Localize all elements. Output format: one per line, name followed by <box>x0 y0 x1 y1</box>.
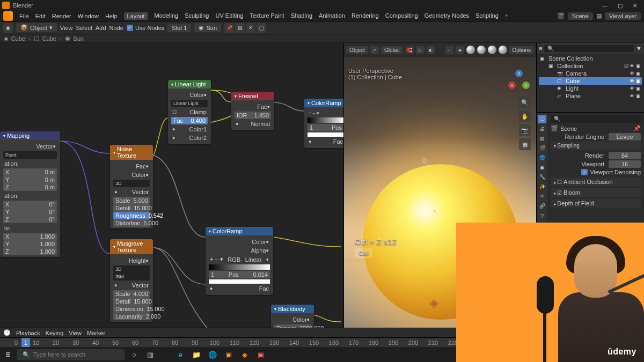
breadcrumb-1[interactable]: Cube <box>42 35 56 42</box>
taskbar-chrome-icon[interactable]: 🌐 <box>206 348 219 361</box>
vp-snap-icon[interactable]: 🧲 <box>405 46 414 54</box>
start-button[interactable]: ⊞ <box>2 349 14 360</box>
ll-mode-select[interactable]: Linear Light <box>171 100 208 107</box>
prop-tab-render[interactable]: 🖵 <box>538 115 546 123</box>
vp-prop-edit-icon[interactable]: ◐ <box>427 46 435 54</box>
vp-orient[interactable]: Global <box>381 46 403 54</box>
node-linearlight-header[interactable]: Linear Light <box>168 80 211 88</box>
socket-vector-out[interactable]: Vector ● <box>3 143 57 150</box>
light-empty-icon[interactable]: ◎ <box>421 156 428 164</box>
vp-orient-icon[interactable]: ↗ <box>370 46 379 54</box>
outliner-item-plane[interactable]: ▱Plane👁 ▣ <box>539 92 642 100</box>
tab-compositing[interactable]: Compositing <box>385 12 418 20</box>
vp-pivot-icon[interactable]: ⊙ <box>416 46 425 54</box>
taskbar-search[interactable]: 🔍 Type here to search <box>17 349 125 360</box>
prop-tab-modifier[interactable]: 🔧 <box>538 173 546 181</box>
menu-edit[interactable]: Edit <box>35 13 46 19</box>
mapping-type-select[interactable]: Point <box>3 151 57 159</box>
samples-render-field[interactable]: 64 <box>609 152 641 159</box>
outliner-scene-collection[interactable]: ▣Scene Collection <box>539 55 642 62</box>
tab-uv[interactable]: UV Editing <box>215 12 243 20</box>
tab-texturepaint[interactable]: Texture Paint <box>250 12 284 20</box>
menu-file[interactable]: File <box>19 13 29 19</box>
shield-icon[interactable]: ◯ <box>257 23 266 33</box>
tab-modeling[interactable]: Modeling <box>155 12 179 20</box>
prop-tab-constraint[interactable]: 🔗 <box>538 202 546 210</box>
tab-scripting[interactable]: Scripting <box>475 12 499 20</box>
denoise-checkbox[interactable]: ✓ <box>581 169 588 175</box>
menu-help[interactable]: Help <box>105 13 118 19</box>
tab-rendering[interactable]: Rendering <box>352 12 379 20</box>
breadcrumb-2[interactable]: Sun <box>74 35 84 42</box>
editor-type-icon[interactable]: ◉ <box>3 23 13 33</box>
panel-sampling[interactable]: Sampling <box>551 142 641 150</box>
nav-gizmo[interactable]: Z X Y <box>508 70 530 91</box>
prop-tab-mesh[interactable]: ▽ <box>538 211 546 220</box>
musgrave-type-select[interactable]: fBM <box>113 273 150 280</box>
node-noise-header[interactable]: Noise Texture <box>110 145 153 160</box>
breadcrumb-0[interactable]: Cube <box>11 35 25 42</box>
menu-window[interactable]: Window <box>78 13 99 19</box>
viewlayer-selector[interactable]: ViewLayer <box>605 12 641 20</box>
cr2-color-out[interactable]: Color ● <box>209 238 270 246</box>
axis-y-icon[interactable]: Y <box>522 82 530 89</box>
prop-scene-name[interactable]: Scene <box>560 125 577 132</box>
taskbar-explorer-icon[interactable]: 📁 <box>190 348 203 361</box>
prop-tab-particle[interactable]: ✨ <box>538 182 546 191</box>
outliner-item-camera[interactable]: 📷Camera👁 ▣ <box>539 70 642 77</box>
maximize-button[interactable]: ▢ <box>613 1 627 10</box>
node-fresnel-header[interactable]: Fresnel <box>231 92 274 100</box>
axis-x-icon[interactable]: X <box>508 82 516 89</box>
outliner-collection[interactable]: ▣Collection☑ 👁 ▣ <box>539 62 642 70</box>
musgrave-dim-select[interactable]: 3D <box>113 265 150 273</box>
tl-marker[interactable]: Marker <box>87 330 105 336</box>
cr2-alpha-out[interactable]: Alpha ● <box>209 247 270 254</box>
vp-persp-icon[interactable]: ▦ <box>519 138 531 150</box>
vp-gizmo-icon[interactable]: ↔ <box>445 46 453 54</box>
node-menu-select[interactable]: Select <box>76 25 92 31</box>
tab-layout[interactable]: Layout <box>124 12 148 20</box>
taskbar-edge-icon[interactable]: e <box>174 348 187 361</box>
node-musgrave-header[interactable]: Musgrave Texture <box>110 239 153 254</box>
tl-keying[interactable]: Keying <box>46 330 64 336</box>
outliner-search[interactable]: 🔍 <box>544 45 634 52</box>
node-menu-add[interactable]: Add <box>96 25 106 31</box>
musgrave-height-out[interactable]: Height ● <box>113 257 150 264</box>
outliner-filter-icon[interactable]: ▼ <box>636 45 642 51</box>
taskbar-blender-icon[interactable]: ◆ <box>238 348 251 361</box>
ll-color-out[interactable]: Color ● <box>171 91 208 99</box>
pin-icon[interactable]: 📌 <box>224 23 234 33</box>
node-colorramp1-header[interactable]: ColorRamp <box>304 99 343 107</box>
use-nodes-checkbox[interactable]: ✓Use Nodes <box>127 25 164 31</box>
vp-overlay-icon[interactable]: ◈ <box>456 46 464 54</box>
taskbar-cortana-icon[interactable]: ○ <box>128 348 141 361</box>
outliner-item-light[interactable]: ✺Light👁 ▣ <box>539 85 642 92</box>
prop-tab-viewlayer[interactable]: ▤ <box>538 134 546 143</box>
node-blackbody-header[interactable]: Blackbody <box>271 305 314 313</box>
noise-fac-out[interactable]: Fac ● <box>113 162 150 170</box>
fresnel-fac-out[interactable]: Fac ● <box>235 103 271 110</box>
panel-dof[interactable]: Depth of Field <box>551 199 641 208</box>
playhead[interactable]: 1 <box>21 338 30 347</box>
colorramp1-swatch[interactable] <box>308 132 343 137</box>
noise-color-out[interactable]: Color ● <box>113 171 150 179</box>
vp-mode[interactable]: Object <box>346 46 368 54</box>
material-dropdown[interactable]: ◉ Sun <box>194 23 221 32</box>
node-editor[interactable]: Mapping Vector ● Point ation: X0 m Y0 m … <box>0 43 343 328</box>
vp-options[interactable]: Options <box>509 46 534 54</box>
scene-selector[interactable]: Scene <box>568 12 593 20</box>
taskbar-taskview-icon[interactable]: ▥ <box>144 348 157 361</box>
vp-shading-solid-icon[interactable] <box>477 46 486 54</box>
prop-tab-physics[interactable]: ⚛ <box>538 192 546 201</box>
vp-pan-icon[interactable]: ✋ <box>519 110 531 122</box>
tab-geonodes[interactable]: Geometry Nodes <box>425 12 469 20</box>
node-menu-view[interactable]: View <box>60 25 73 31</box>
prop-tab-world[interactable]: 🌐 <box>538 153 546 162</box>
vp-shading-wire-icon[interactable] <box>466 46 475 54</box>
vp-shading-render-icon[interactable] <box>499 46 507 54</box>
tab-shading[interactable]: Shading <box>291 12 312 20</box>
colorramp2-swatch[interactable] <box>209 279 270 284</box>
taskbar-sublime-icon[interactable]: ▣ <box>222 348 235 361</box>
node-colorramp2-header[interactable]: ColorRamp <box>206 227 273 235</box>
vp-shading-matprev-icon[interactable] <box>488 46 496 54</box>
